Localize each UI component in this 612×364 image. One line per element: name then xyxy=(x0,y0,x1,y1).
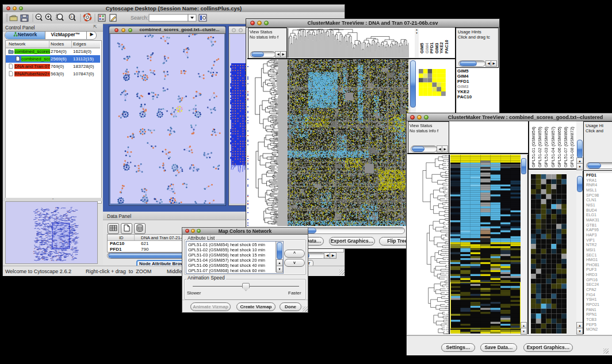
svg-text:1:1: 1:1 xyxy=(70,15,74,18)
svg-text:Search:: Search: xyxy=(131,15,148,21)
